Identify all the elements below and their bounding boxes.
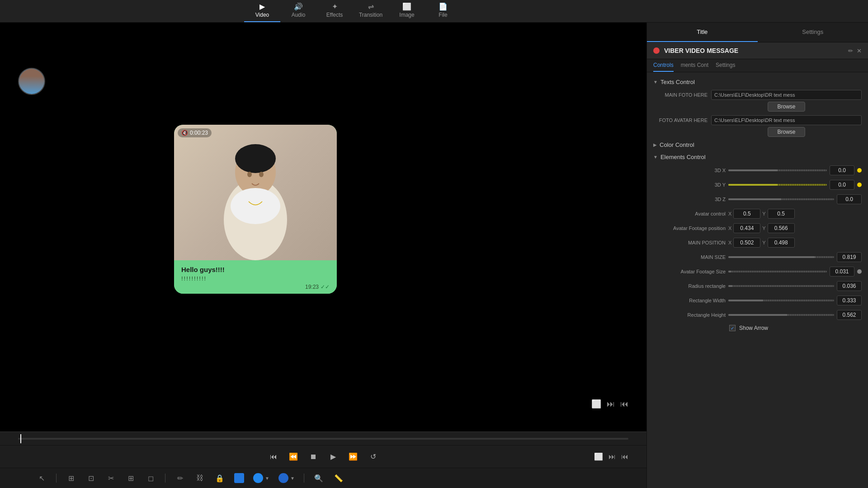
slider-rectangle-width[interactable] xyxy=(728,300,834,301)
avatar-control-y[interactable]: 0.5 xyxy=(768,209,795,219)
label-3dy: 3D Y xyxy=(653,182,726,188)
avatar-control-row: Avatar control X 0.5 Y 0.5 xyxy=(647,206,868,221)
ruler-tool[interactable]: 📏 xyxy=(333,473,344,483)
select-tool[interactable]: ⊞ xyxy=(66,473,76,483)
value-radius-rectangle[interactable]: 0.036 xyxy=(837,281,862,291)
main-position-y[interactable]: 0.498 xyxy=(768,238,795,248)
panel-tab-title[interactable]: Title xyxy=(647,23,758,42)
skip-start-icon[interactable]: ⏮ xyxy=(620,399,628,409)
person-silhouette xyxy=(206,129,305,260)
dot-avatar-footage-size[interactable] xyxy=(857,269,862,274)
color-circle[interactable] xyxy=(253,473,263,483)
value-avatar-footage-size[interactable]: 0.031 xyxy=(830,267,854,277)
color-box-1[interactable] xyxy=(234,473,244,483)
show-arrow-checkbox[interactable]: ✓ xyxy=(729,325,736,331)
main-position-x[interactable]: 0.502 xyxy=(733,238,760,248)
file-icon: 📄 xyxy=(439,3,448,10)
foto-avatar-browse-button[interactable]: Browse xyxy=(768,127,805,137)
next-button[interactable]: ⏩ xyxy=(347,450,359,463)
stop-button[interactable]: ⏹ xyxy=(307,450,320,463)
foto-avatar-label: FOTO AVATAR HERE xyxy=(653,117,708,123)
chevron-down-icon-2[interactable]: ▼ xyxy=(290,476,295,481)
sub-tab-settings[interactable]: Settings xyxy=(716,62,735,72)
sub-tab-settings-label: Settings xyxy=(716,62,735,68)
prev-button[interactable]: ⏪ xyxy=(287,450,300,463)
value-rectangle-height[interactable]: 0.562 xyxy=(837,310,862,320)
edit-icon[interactable]: ✏ xyxy=(848,47,853,54)
value-rectangle-width[interactable]: 0.333 xyxy=(837,296,862,305)
rectangle-width-label: Rectangle Width xyxy=(653,298,726,303)
avatar-control-x[interactable]: 0.5 xyxy=(733,209,760,219)
link-tool[interactable]: ⛓ xyxy=(194,473,205,483)
crop-tool[interactable]: ✂ xyxy=(105,473,116,483)
skip-end-icon[interactable]: ⏭ xyxy=(607,399,615,409)
slider-radius-rectangle[interactable] xyxy=(728,285,834,287)
pencil-tool[interactable]: ✏ xyxy=(175,473,185,483)
foto-avatar-row: FOTO AVATAR HERE C:\Users\ELF\Desktop\DR… xyxy=(647,113,868,139)
avatar-footage-position-y[interactable]: 0.566 xyxy=(768,223,795,233)
value-main-size[interactable]: 0.819 xyxy=(837,252,862,262)
skip-to-start-icon2[interactable]: ⏮ xyxy=(621,453,628,461)
color-picker-2[interactable]: ▼ xyxy=(278,473,295,483)
separator-3 xyxy=(304,474,304,483)
color-control-header[interactable]: ▶ Color Control xyxy=(647,139,868,151)
slider-3dx[interactable] xyxy=(728,169,827,171)
slider-avatar-footage-size[interactable] xyxy=(728,271,827,272)
slider-main-size[interactable] xyxy=(728,256,834,258)
foto-avatar-path[interactable]: C:\Users\ELF\Desktop\DR text mess xyxy=(711,115,862,125)
value-3dy[interactable]: 0.0 xyxy=(830,180,854,190)
elements-arrow-icon: ▼ xyxy=(653,155,658,160)
skip-to-end-icon[interactable]: ⏭ xyxy=(609,453,616,461)
mask-tool[interactable]: ◻ xyxy=(145,473,156,483)
zoom-tool[interactable]: 🔍 xyxy=(313,473,324,483)
tab-audio[interactable]: 🔊 Audio xyxy=(280,0,316,22)
sub-tab-controls[interactable]: Controls xyxy=(653,62,674,72)
slider-rectangle-height[interactable] xyxy=(728,314,834,316)
avatar-footage-position-x[interactable]: 0.434 xyxy=(733,223,760,233)
sub-tab-movements[interactable]: ments Cont xyxy=(681,62,708,72)
main-foto-path[interactable]: C:\Users\ELF\Desktop\DR text mess xyxy=(711,90,862,100)
slider-3dy[interactable] xyxy=(728,184,827,186)
dot-3dy[interactable] xyxy=(857,183,862,187)
skip-back-button[interactable]: ⏮ xyxy=(267,450,280,463)
screen-controls: ⬜ ⏭ ⏮ xyxy=(591,399,628,409)
timeline-bar[interactable] xyxy=(18,438,628,440)
value-3dx[interactable]: 0.0 xyxy=(830,165,854,175)
dot-3dx[interactable] xyxy=(857,168,862,173)
avatar-x-label: X xyxy=(728,211,731,216)
texts-control-header[interactable]: ▼ Texts Control xyxy=(647,76,868,88)
tab-file[interactable]: 📄 File xyxy=(425,0,461,22)
svg-point-6 xyxy=(259,172,264,177)
slider-3dz[interactable] xyxy=(728,198,834,200)
cursor-tool[interactable]: ↖ xyxy=(36,473,47,483)
close-icon[interactable]: ✕ xyxy=(857,47,862,54)
tab-transition[interactable]: ⇌ Transition xyxy=(353,0,389,22)
elements-control-header[interactable]: ▼ Elements Control xyxy=(647,151,868,163)
timeline xyxy=(0,432,646,445)
control-row-rectangle-height: Rectangle Height 0.562 xyxy=(647,308,868,322)
viber-msg-text: Hello guys!!!! xyxy=(181,266,330,273)
lock-tool[interactable]: 🔒 xyxy=(214,473,225,483)
chevron-down-icon[interactable]: ▼ xyxy=(265,476,269,481)
elements-control-label: Elements Control xyxy=(660,154,706,160)
repeat-button[interactable]: ↺ xyxy=(367,450,379,463)
value-3dz[interactable]: 0.0 xyxy=(837,194,862,204)
grid-tool[interactable]: ⊞ xyxy=(125,473,136,483)
panel-tab-settings[interactable]: Settings xyxy=(758,23,868,42)
tab-video[interactable]: ▶ Video xyxy=(244,0,280,22)
transition-icon: ⇌ xyxy=(366,3,375,10)
avatar-y-label: Y xyxy=(762,211,765,216)
viber-card-video xyxy=(174,125,337,260)
color-arrow-icon: ▶ xyxy=(653,142,657,147)
transform-tool[interactable]: ⊡ xyxy=(85,473,96,483)
color-circle-2[interactable] xyxy=(278,473,288,483)
aspect-ratio-icon[interactable]: ⬜ xyxy=(594,452,603,461)
tab-effects[interactable]: ✦ Effects xyxy=(316,0,353,22)
tab-effects-label: Effects xyxy=(326,12,343,18)
main-foto-browse-button[interactable]: Browse xyxy=(768,102,805,112)
play-button[interactable]: ▶ xyxy=(327,450,340,463)
color-picker-1[interactable]: ▼ xyxy=(253,473,269,483)
crop-icon[interactable]: ⬜ xyxy=(591,399,601,409)
tab-image[interactable]: ⬜ Image xyxy=(389,0,425,22)
viber-msg-footer: 19:23 ✓✓ xyxy=(181,284,330,290)
